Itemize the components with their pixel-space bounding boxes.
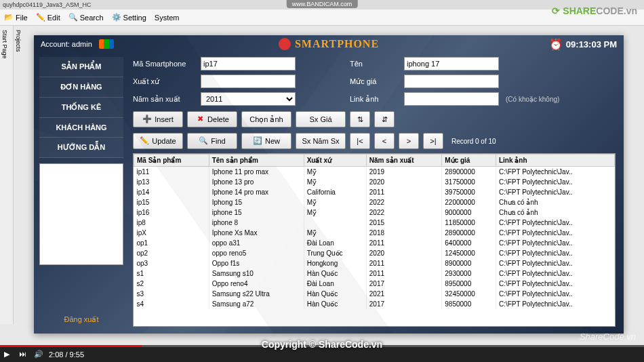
sidebar-item-2[interactable]: THỐNG KÊ <box>39 98 123 118</box>
choose-image-button[interactable]: Chọn ảnh <box>241 111 291 127</box>
sharecode-watermark-2: ShareCode.vn <box>580 331 636 342</box>
input-id[interactable] <box>201 57 296 71</box>
tab-startpage[interactable]: Start Page <box>1 30 8 320</box>
folder-icon: 📂 <box>4 13 14 22</box>
input-origin[interactable] <box>201 75 296 88</box>
col-header[interactable]: Tên sản phẩm <box>209 155 304 167</box>
next-button[interactable]: > <box>399 133 419 149</box>
input-price[interactable] <box>404 75 499 88</box>
sidebar-item-4[interactable]: HƯỚNG DẪN <box>39 138 123 158</box>
table-row[interactable]: op1oppo a31Đài Loan20116400000C:\FPT Pol… <box>134 238 615 248</box>
ide-left-tabs: Start Page Projects <box>0 26 14 324</box>
ide-title: quyhdpc04119_Java3_ASM_HC <box>3 1 92 8</box>
volume-icon[interactable]: 🔊 <box>34 350 43 359</box>
share-icon: ⟳ <box>552 5 560 16</box>
prev-button[interactable]: < <box>374 133 395 149</box>
col-header[interactable]: Xuất xứ <box>304 155 366 167</box>
table-row[interactable]: s4Samsung a72Hàn Quốc20179850000C:\FPT P… <box>134 299 615 309</box>
img-hint: (Có khoặc không) <box>506 96 616 103</box>
select-year[interactable]: 2011 <box>201 92 296 106</box>
update-button[interactable]: ✏️Update <box>133 133 183 149</box>
sidebar: SẢN PHẨMĐƠN HÀNGTHỐNG KÊKHÁCH HÀNGHƯỚNG … <box>34 53 129 331</box>
sort-price-button[interactable]: Sx Giá <box>296 111 346 127</box>
input-name[interactable] <box>404 57 499 71</box>
app-window: Account: admin SMARTPHONE ⏰ 09:13:03 PM … <box>34 35 624 334</box>
logout-button[interactable]: Đăng xuất <box>39 313 123 327</box>
account-label: Account: admin <box>41 40 92 48</box>
col-header[interactable]: Link ảnh <box>496 155 614 167</box>
find-button[interactable]: 🔍Find <box>187 133 237 149</box>
app-title: SMARTPHONE <box>295 38 379 50</box>
pencil-icon: ✏️ <box>36 13 45 22</box>
label-name: Tên <box>350 60 397 68</box>
table-row[interactable]: s2Oppo reno4Đài Loan20178950000C:\FPT Po… <box>134 279 615 289</box>
last-button[interactable]: >| <box>423 133 443 149</box>
input-img[interactable] <box>404 92 499 106</box>
video-time: 2:08 / 9:55 <box>49 350 84 359</box>
next-icon[interactable]: ⏭ <box>19 350 28 359</box>
x-icon: ✖ <box>195 115 205 124</box>
sort-year-button[interactable]: Sx Năm Sx <box>296 133 346 149</box>
fpt-logo-icon <box>99 39 114 49</box>
label-price: Mức giá <box>350 77 397 86</box>
sort-desc-button[interactable]: ⇵ <box>374 111 395 127</box>
system-menu[interactable]: System <box>155 14 180 22</box>
first-button[interactable]: |< <box>350 133 370 149</box>
table-row[interactable]: ip8iphone 8201511850000C:\FPT Polytechni… <box>134 218 615 228</box>
copyright-overlay: Copyright © ShareCode.vn <box>262 339 382 350</box>
app-logo-icon <box>279 38 291 50</box>
gear-icon: ⚙️ <box>112 13 121 22</box>
table-row[interactable]: ipXIphone Xs MaxMỹ201828900000C:\FPT Pol… <box>134 228 615 238</box>
setting-menu[interactable]: ⚙️Setting <box>112 13 146 22</box>
bandicam-watermark: www.BANDICAM.com <box>287 0 358 8</box>
image-preview <box>39 163 123 265</box>
label-img: Link ảnh <box>350 95 397 104</box>
record-counter: Record 0 of 10 <box>451 138 496 145</box>
form-grid: Mã Smartphone Tên Xuất xứ Mức giá Năm sả… <box>133 57 616 106</box>
label-id: Mã Smartphone <box>133 60 194 68</box>
table-row[interactable]: ip13Iphone 13 proMỹ202031750000C:\FPT Po… <box>134 177 615 187</box>
search-menu[interactable]: 🔍Search <box>68 13 104 22</box>
table-row[interactable]: ip16iphone 15Mỹ20229000000Chưa có ảnh <box>134 207 615 218</box>
table-row[interactable]: s3Samsung s22 UltraHàn Quốc202132450000C… <box>134 289 615 299</box>
table-row[interactable]: s1Samsung s10Hàn Quốc20112930000C:\FPT P… <box>134 268 615 279</box>
table-row[interactable]: ip15Iphong 15Mỹ202222000000Chưa có ảnh <box>134 197 615 207</box>
table-row[interactable]: op2oppo reno5Trung Quốc202012450000C:\FP… <box>134 248 615 258</box>
table-row[interactable]: ip14Iphone 14 pro maxCalifornia201139750… <box>134 187 615 197</box>
col-header[interactable]: Năm sản xuất <box>366 155 442 167</box>
ide-toolbar: 📂File ✏️Edit 🔍Search ⚙️Setting System <box>0 9 644 26</box>
clock-time: 09:13:03 PM <box>566 39 617 49</box>
file-menu[interactable]: 📂File <box>4 13 28 22</box>
plus-icon: ➕ <box>142 115 152 124</box>
search-icon: 🔍 <box>68 13 78 22</box>
sort-asc-button[interactable]: ⇅ <box>350 111 370 127</box>
sidebar-item-3[interactable]: KHÁCH HÀNG <box>39 118 123 138</box>
data-table[interactable]: Mã Sản phẩmTên sản phẩmXuất xứNăm sản xu… <box>133 153 616 327</box>
sharecode-watermark: ⟳ SHARECODE.vn <box>552 5 637 16</box>
col-header[interactable]: Mức giá <box>442 155 496 167</box>
new-button[interactable]: 🔄New <box>241 133 291 149</box>
new-icon: 🔄 <box>253 136 262 146</box>
alarm-icon: ⏰ <box>549 38 563 51</box>
label-origin: Xuất xứ <box>133 77 194 86</box>
sidebar-item-0[interactable]: SẢN PHẨM <box>39 57 123 77</box>
edit-menu[interactable]: ✏️Edit <box>36 13 60 22</box>
table-row[interactable]: ip11Iphone 11 pro maxMỹ201928900000C:\FP… <box>134 167 615 178</box>
col-header[interactable]: Mã Sản phẩm <box>134 155 209 167</box>
table-row[interactable]: op3Oppo f1sHongkong20118900000C:\FPT Pol… <box>134 258 615 268</box>
pencil-icon: ✏️ <box>140 136 149 146</box>
tab-projects[interactable]: Projects <box>15 30 22 320</box>
search-icon: 🔍 <box>199 136 208 146</box>
label-year: Năm sản xuất <box>133 95 194 104</box>
insert-button[interactable]: ➕Insert <box>133 111 183 127</box>
play-icon[interactable]: ▶ <box>4 350 14 359</box>
delete-button[interactable]: ✖Delete <box>187 111 237 127</box>
sidebar-item-1[interactable]: ĐƠN HÀNG <box>39 77 123 98</box>
